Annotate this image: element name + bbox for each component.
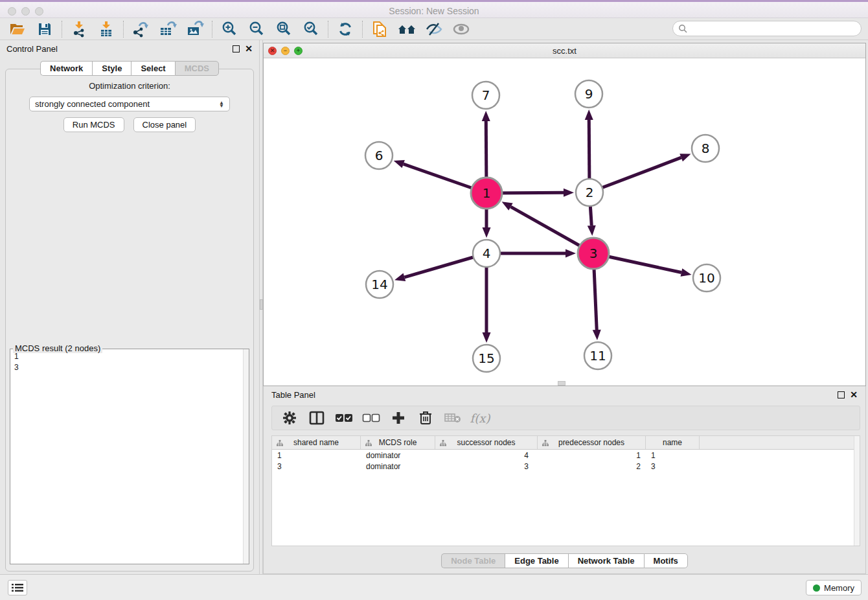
save-session-icon[interactable] <box>31 19 58 39</box>
export-table-icon[interactable] <box>154 19 181 39</box>
memory-label: Memory <box>824 583 854 593</box>
network-graph[interactable]: 7968124314101511 <box>264 58 865 386</box>
table-header-row: shared nameMCDS rolesuccessor nodesprede… <box>272 436 860 450</box>
delete-columns-icon[interactable] <box>413 408 438 428</box>
cell-predecessor-nodes[interactable]: 1 <box>538 451 646 460</box>
node-label-2: 2 <box>586 185 594 200</box>
table-tab-node-table[interactable]: Node Table <box>441 553 505 568</box>
table-settings-icon[interactable] <box>277 408 302 428</box>
search-input[interactable] <box>691 24 861 34</box>
cell-shared-name[interactable]: 3 <box>272 462 361 471</box>
edge-arrowhead <box>593 330 601 340</box>
edge-arrowhead <box>564 189 574 197</box>
mcds-panel: Optimization criterion: strongly connect… <box>5 69 254 571</box>
cell-MCDS-role[interactable]: dominator <box>361 451 435 460</box>
table-tab-motifs[interactable]: Motifs <box>644 553 688 568</box>
hide-selected-icon[interactable] <box>420 19 448 39</box>
edge-arrowhead <box>585 110 593 120</box>
run-mcds-button[interactable]: Run MCDS <box>63 117 124 132</box>
open-file-icon[interactable] <box>4 19 31 39</box>
table-scrollbar[interactable] <box>854 436 860 546</box>
network-window-titlebar[interactable]: ✕ − + scc.txt <box>264 43 865 58</box>
cell-name[interactable]: 3 <box>646 462 700 471</box>
table-tab-edge-table[interactable]: Edge Table <box>505 553 567 568</box>
toolbar-separator <box>212 21 212 38</box>
window-titlebar: Session: New Session <box>0 0 868 18</box>
tab-network[interactable]: Network <box>40 61 92 76</box>
node-label-3: 3 <box>589 246 598 261</box>
optimization-criterion-dropdown[interactable]: strongly connected component ▲▼ <box>29 97 230 111</box>
close-panel-icon[interactable]: ✕ <box>245 45 253 52</box>
tab-select[interactable]: Select <box>131 61 174 76</box>
column-header-successor-nodes[interactable]: successor nodes <box>435 436 538 449</box>
table-row[interactable]: 1dominator411 <box>272 450 860 461</box>
import-network-icon[interactable] <box>65 19 93 39</box>
chevron-up-down-icon: ▲▼ <box>219 101 224 108</box>
optimization-criterion-label: Optimization criterion: <box>6 81 253 91</box>
zoom-out-icon[interactable] <box>243 19 270 39</box>
tab-style[interactable]: Style <box>92 61 131 76</box>
mcds-result-content: 1 3 <box>14 351 241 562</box>
float-table-panel-icon[interactable] <box>838 391 845 398</box>
node-label-1: 1 <box>483 185 491 201</box>
node-label-8: 8 <box>702 141 710 156</box>
cell-name[interactable]: 1 <box>646 451 700 460</box>
column-header-predecessor-nodes[interactable]: predecessor nodes <box>538 436 646 449</box>
float-panel-icon[interactable] <box>233 45 240 52</box>
control-panel-title: Control Panel <box>6 44 58 54</box>
tab-mcds[interactable]: MCDS <box>175 61 219 76</box>
close-panel-button[interactable]: Close panel <box>133 117 196 132</box>
show-columns-icon[interactable] <box>304 408 329 428</box>
result-scrollbar[interactable] <box>243 349 249 564</box>
network-view-title: scc.txt <box>264 46 865 56</box>
table-tabs: Node TableEdge TableNetwork TableMotifs <box>264 553 865 568</box>
select-all-columns-icon[interactable] <box>332 408 356 428</box>
control-panel: Control Panel ✕ NetworkStyleSelectMCDS O… <box>0 40 259 574</box>
mcds-result-box: MCDS result (2 nodes) 1 3 <box>10 349 249 564</box>
node-label-4: 4 <box>483 246 491 261</box>
node-table[interactable]: shared nameMCDS rolesuccessor nodesprede… <box>271 435 860 546</box>
memory-button[interactable]: Memory <box>806 580 862 595</box>
export-network-icon[interactable] <box>127 19 154 39</box>
add-column-icon[interactable] <box>386 408 411 428</box>
import-table-icon[interactable] <box>93 19 120 39</box>
task-history-button[interactable] <box>8 580 27 595</box>
table-panel: Table Panel ✕ f(x) shared <box>263 386 866 574</box>
table-toolbar: f(x) <box>271 406 860 430</box>
deselect-all-columns-icon[interactable] <box>359 408 383 428</box>
table-tab-network-table[interactable]: Network Table <box>568 553 644 568</box>
cell-MCDS-role[interactable]: dominator <box>361 462 435 471</box>
toolbar-separator <box>362 21 363 38</box>
zoom-in-icon[interactable] <box>216 19 243 39</box>
toolbar-separator <box>328 21 328 38</box>
zoom-fit-icon[interactable] <box>270 19 297 39</box>
cell-shared-name[interactable]: 1 <box>272 451 361 460</box>
status-bar: Memory <box>0 574 868 600</box>
edge-arrowhead <box>483 332 491 343</box>
column-header-name[interactable]: name <box>646 436 700 449</box>
delete-table-icon[interactable] <box>440 408 465 428</box>
table-row[interactable]: 3dominator323 <box>272 461 860 472</box>
close-table-panel-icon[interactable]: ✕ <box>850 391 858 398</box>
refresh-icon[interactable] <box>332 19 359 39</box>
cell-predecessor-nodes[interactable]: 2 <box>538 462 646 471</box>
node-label-15: 15 <box>478 351 494 366</box>
memory-status-icon <box>813 584 820 592</box>
apply-function-icon[interactable]: f(x) <box>468 408 492 428</box>
zoom-selected-icon[interactable] <box>297 19 325 39</box>
cell-successor-nodes[interactable]: 3 <box>435 462 538 471</box>
node-label-10: 10 <box>698 270 714 286</box>
cell-successor-nodes[interactable]: 4 <box>435 451 538 460</box>
column-header-shared-name[interactable]: shared name <box>272 436 361 449</box>
node-label-6: 6 <box>375 148 383 163</box>
show-all-icon[interactable] <box>448 19 475 39</box>
canvas-splitter-handle[interactable] <box>558 381 565 386</box>
first-neighbors-icon[interactable] <box>393 19 420 39</box>
network-view-window: ✕ − + scc.txt 7968124314101511 <box>263 43 866 386</box>
export-image-icon[interactable] <box>181 19 209 39</box>
new-network-from-selection-icon[interactable] <box>366 19 393 39</box>
search-field[interactable] <box>672 21 862 36</box>
edge-2-8[interactable] <box>589 157 681 192</box>
column-header-MCDS-role[interactable]: MCDS role <box>361 436 435 449</box>
network-canvas[interactable]: 7968124314101511 <box>264 58 865 386</box>
